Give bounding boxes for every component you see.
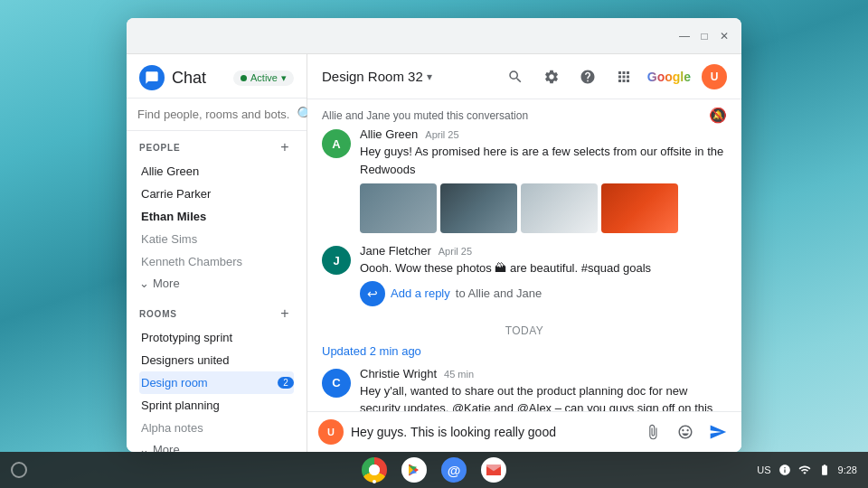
window-controls: — □ ✕	[678, 30, 731, 42]
add-person-button[interactable]: +	[276, 138, 294, 156]
person-name: Katie Sims	[141, 232, 197, 246]
room-name: Prototyping sprint	[141, 331, 232, 344]
sidebar-item-katie-sims[interactable]: Katie Sims	[139, 228, 294, 250]
search-bar: 🔍	[127, 99, 307, 131]
close-button[interactable]: ✕	[718, 30, 731, 42]
msg-sender: Jane Fletcher	[360, 244, 431, 258]
sidebar-item-ethan-miles[interactable]: Ethan Miles	[139, 205, 294, 228]
image-thumbnail[interactable]	[601, 183, 678, 233]
input-user-avatar: U	[318, 419, 344, 445]
msg-time: April 25	[439, 246, 472, 257]
reply-to: to Allie and Jane	[456, 286, 542, 300]
message-group-jane: J Jane Fletcher April 25 Oooh. Wow these…	[322, 244, 727, 306]
message-group-christie: C Christie Wright 45 min Hey y'all, want…	[322, 367, 727, 412]
help-icon[interactable]	[575, 64, 600, 89]
person-name: Allie Green	[141, 164, 199, 178]
taskbar-gmail-at-icon[interactable]: @	[441, 457, 467, 483]
taskbar: @ US 9:28	[0, 452, 868, 488]
sidebar-item-alpha-notes[interactable]: Alpha notes	[139, 417, 294, 439]
room-name: Alpha notes	[141, 421, 203, 435]
message-content-christie: Christie Wright 45 min Hey y'all, wanted…	[360, 367, 727, 412]
taskbar-playstore-icon[interactable]	[401, 457, 427, 483]
message-input[interactable]	[351, 425, 633, 439]
emoji-icon[interactable]	[673, 419, 698, 445]
people-section-header: PEOPLE +	[139, 138, 294, 156]
reply-link[interactable]: ↩ Add a reply to Allie and Jane	[360, 281, 727, 306]
message-content-allie: Allie Green April 25 Hey guys! As promis…	[360, 127, 727, 233]
today-label: TODAY	[505, 324, 544, 337]
updated-notice: Updated 2 min ago	[322, 344, 727, 358]
user-avatar[interactable]: U	[702, 64, 727, 89]
status-label: Active	[250, 72, 278, 83]
room-name[interactable]: Design Room 32 ▾	[322, 69, 432, 84]
taskbar-left	[11, 462, 27, 478]
sidebar-item-allie-green[interactable]: Allie Green	[139, 160, 294, 183]
msg-header-allie: Allie Green April 25	[360, 127, 727, 141]
msg-time: April 25	[425, 129, 458, 140]
input-actions	[640, 419, 731, 445]
minimize-button[interactable]: —	[678, 30, 691, 42]
sidebar-header: Chat Active ▾	[127, 54, 307, 99]
search-input[interactable]	[137, 108, 289, 121]
msg-header-jane: Jane Fletcher April 25	[360, 244, 727, 258]
taskbar-gmail-icon[interactable]	[481, 457, 506, 483]
maximize-button[interactable]: □	[698, 30, 711, 42]
person-name: Carrie Parker	[141, 187, 211, 201]
rooms-more-button[interactable]: ⌄ More	[139, 439, 294, 452]
taskbar-chrome-icon[interactable]	[362, 457, 387, 483]
sidebar-item-kenneth-chambers[interactable]: Kenneth Chambers	[139, 250, 294, 273]
image-grid	[360, 183, 727, 233]
image-thumbnail[interactable]	[360, 183, 437, 233]
attach-icon[interactable]	[640, 419, 665, 445]
image-thumbnail[interactable]	[521, 183, 598, 233]
person-name: Kenneth Chambers	[141, 255, 242, 268]
muted-notice: Allie and Jane you muted this conversati…	[322, 99, 727, 127]
grid-icon[interactable]	[611, 64, 637, 89]
room-name: Designers united	[141, 353, 230, 367]
sidebar-item-carrie-parker[interactable]: Carrie Parker	[139, 183, 294, 205]
app-window: — □ ✕ Chat Active ▾	[127, 18, 741, 452]
msg-text: Hey y'all, wanted to share out the produ…	[360, 382, 727, 412]
sidebar: Chat Active ▾ 🔍 PEOPLE + Allie G	[127, 54, 307, 452]
add-room-button[interactable]: +	[276, 305, 294, 323]
room-name-caret: ▾	[427, 70, 432, 83]
message-group-allie: A Allie Green April 25 Hey guys! As prom…	[322, 127, 727, 233]
room-name: Sprint planning	[141, 399, 220, 412]
image-thumbnail[interactable]	[440, 183, 517, 233]
avatar-christie: C	[322, 369, 351, 398]
msg-text: Oooh. Wow these photos 🏔 are beautiful. …	[360, 259, 727, 277]
msg-time: 45 min	[444, 369, 474, 380]
title-bar: — □ ✕	[127, 18, 741, 54]
wifi-icon	[798, 464, 811, 476]
sidebar-item-design-room[interactable]: Design room 2	[139, 371, 294, 394]
status-dot	[241, 75, 247, 81]
settings-icon[interactable]	[539, 64, 564, 89]
main-content: Design Room 32 ▾	[307, 54, 741, 452]
status-pill[interactable]: Active ▾	[233, 70, 294, 86]
person-name: Ethan Miles	[141, 210, 206, 223]
people-more-button[interactable]: ⌄ More	[139, 273, 294, 294]
avatar-jane: J	[322, 246, 351, 275]
launcher-button[interactable]	[11, 462, 27, 478]
msg-sender: Christie Wright	[360, 367, 437, 380]
more-label: More	[153, 277, 180, 290]
search-icon[interactable]	[503, 64, 528, 89]
battery-icon	[818, 464, 831, 476]
msg-header-christie: Christie Wright 45 min	[360, 367, 727, 380]
room-name: Design room	[141, 376, 208, 389]
today-divider: TODAY	[322, 317, 727, 344]
send-button[interactable]	[705, 419, 731, 445]
app-body: Chat Active ▾ 🔍 PEOPLE + Allie G	[127, 54, 741, 452]
sidebar-item-sprint-planning[interactable]: Sprint planning	[139, 394, 294, 417]
time-label: 9:28	[838, 465, 857, 475]
people-label: PEOPLE	[139, 143, 180, 153]
status-caret: ▾	[281, 72, 287, 84]
room-name-text: Design Room 32	[322, 69, 423, 84]
active-dot	[373, 480, 376, 483]
chevron-down-icon: ⌄	[139, 443, 149, 452]
google-logo: Google	[647, 70, 691, 84]
sidebar-item-prototyping-sprint[interactable]: Prototyping sprint	[139, 326, 294, 349]
reply-label[interactable]: Add a reply	[391, 286, 450, 300]
sidebar-item-designers-united[interactable]: Designers united	[139, 349, 294, 371]
rooms-section-header: ROOMS +	[139, 305, 294, 323]
